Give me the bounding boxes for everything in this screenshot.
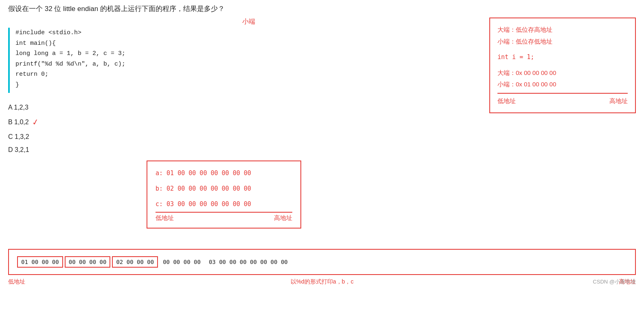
byte-group-2: 00 00 00 00 — [65, 256, 111, 268]
exp-line6: 大端：0x 00 00 00 00 — [497, 67, 628, 79]
mem-addr-low: 低地址 — [156, 214, 174, 222]
choice-c: C 1,3,2 — [8, 130, 477, 143]
mem-row-a: a: 01 00 00 00 00 00 00 00 — [156, 167, 292, 179]
explanation-box: 大端：低位存高地址 小端：低位存低地址 int i = 1; 大端：0x 00 … — [489, 18, 636, 113]
code-line-1: #include <stdio.h> — [15, 28, 125, 38]
exp-line2: 小端：低位存低地址 — [497, 36, 628, 48]
exp-line4: int i = 1; — [497, 51, 628, 63]
bottom-wrapper: 01 00 00 00 00 00 00 00 02 00 00 00 00 0… — [8, 249, 636, 286]
mem-addr-high: 高地址 — [274, 214, 292, 222]
choice-d: D 3,2,1 — [8, 143, 477, 156]
code-line-6: } — [15, 80, 125, 90]
code-area: #include <stdio.h> int main(){ long long… — [8, 28, 477, 93]
page-container: 假设在一个 32 位 little endian 的机器上运行下面的程序，结果是… — [0, 0, 644, 290]
label-xiaoduan: 小端 — [20, 18, 477, 26]
question-text: 假设在一个 32 位 little endian 的机器上运行下面的程序，结果是… — [8, 4, 636, 13]
code-line-4: printf("%d %d %d\n", a, b, c); — [15, 59, 125, 70]
exp-line7: 小端：0x 01 00 00 00 — [497, 79, 628, 90]
teal-bar — [8, 28, 10, 93]
left-panel: 小端 #include <stdio.h> int main(){ long l… — [8, 18, 477, 156]
byte-group-3: 02 00 00 00 — [112, 256, 158, 268]
code-line-3: long long a = 1, b = 2, c = 3; — [15, 48, 125, 59]
bottom-label-low: 低地址 — [8, 278, 25, 286]
choice-c-label: C 1,3,2 — [8, 130, 29, 143]
diagram-section: a: 01 00 00 00 00 00 00 00 b: 02 00 00 0… — [8, 160, 636, 229]
exp-addr-row: 低地址 高地址 — [497, 93, 628, 107]
checkmark-icon: ✓ — [31, 114, 40, 131]
bottom-section: 01 00 00 00 00 00 00 00 02 00 00 00 00 0… — [8, 249, 636, 275]
footer: CSDN @小唐学渣 — [593, 278, 636, 286]
choice-a-label: A 1,2,3 — [8, 101, 28, 114]
code-block: #include <stdio.h> int main(){ long long… — [15, 28, 125, 90]
byte-group-5: 03 00 00 00 00 00 00 00 — [206, 257, 291, 267]
bottom-label-middle: 以%d的形式打印a，b，c — [291, 278, 354, 286]
mem-addr-row: 低地址 高地址 — [156, 212, 292, 222]
bottom-labels: 低地址 以%d的形式打印a，b，c 高地址 — [8, 278, 636, 286]
byte-group-1: 01 00 00 00 — [17, 256, 63, 268]
choice-d-label: D 3,2,1 — [8, 143, 29, 156]
exp-addr-low: 低地址 — [497, 95, 516, 107]
choices: A 1,2,3 B 1,0,2 ✓ C 1,3,2 D 3,2,1 — [8, 101, 477, 156]
choice-b-label: B 1,0,2 — [8, 116, 29, 129]
question-row: 小端 #include <stdio.h> int main(){ long l… — [8, 18, 636, 156]
bottom-bytes: 01 00 00 00 00 00 00 00 02 00 00 00 00 0… — [17, 256, 627, 268]
mem-row-c: c: 03 00 00 00 00 00 00 00 — [156, 198, 292, 210]
code-line-5: return 0; — [15, 69, 125, 80]
choice-b: B 1,0,2 ✓ — [8, 114, 477, 130]
choice-a: A 1,2,3 — [8, 101, 477, 114]
mem-row-b: b: 02 00 00 00 00 00 00 00 — [156, 182, 292, 195]
byte-group-4: 00 00 00 00 — [160, 257, 204, 267]
exp-addr-high: 高地址 — [609, 95, 628, 107]
memory-box: a: 01 00 00 00 00 00 00 00 b: 02 00 00 0… — [147, 160, 301, 229]
exp-line1: 大端：低位存高地址 — [497, 24, 628, 36]
code-line-2: int main(){ — [15, 38, 125, 49]
